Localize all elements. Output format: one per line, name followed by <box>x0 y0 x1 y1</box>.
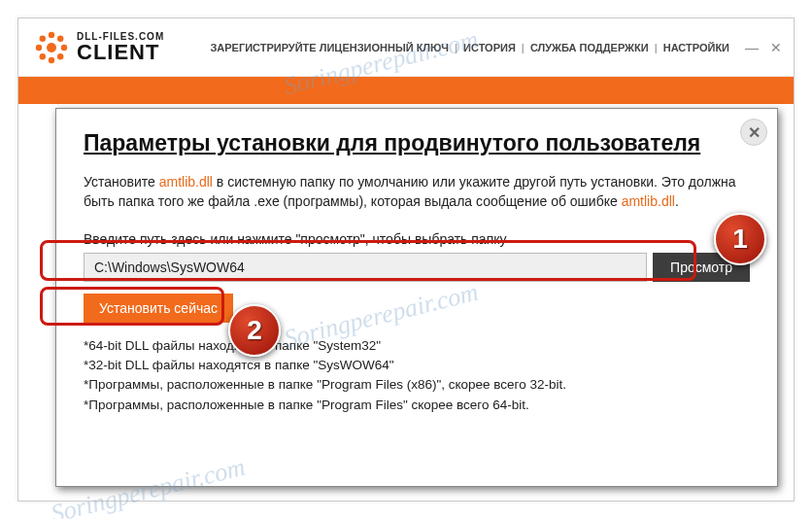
svg-point-6 <box>57 35 63 41</box>
path-row: Просмотр <box>84 253 750 282</box>
install-path-input[interactable] <box>84 253 647 282</box>
nav-settings[interactable]: НАСТРОЙКИ <box>663 42 729 53</box>
gear-icon <box>34 30 69 65</box>
close-icon: ✕ <box>748 123 761 142</box>
separator: | <box>522 42 524 53</box>
top-nav: ЗАРЕГИСТРИРУЙТЕ ЛИЦЕНЗИОННЫЙ КЛЮЧ | ИСТО… <box>210 42 729 53</box>
dll-name: amtlib.dll <box>159 174 213 190</box>
step-badge-1: 1 <box>714 213 766 265</box>
text: . <box>675 193 679 209</box>
nav-history[interactable]: ИСТОРИЯ <box>463 42 516 53</box>
svg-point-8 <box>57 53 63 59</box>
titlebar: DLL-FILES.COM CLIENT ЗАРЕГИСТРИРУЙТЕ ЛИЦ… <box>18 18 794 77</box>
svg-point-0 <box>47 43 56 52</box>
nav-support[interactable]: СЛУЖБА ПОДДЕРЖКИ <box>530 42 649 53</box>
text: Установите <box>84 174 159 190</box>
separator: | <box>455 42 457 53</box>
note-line: *Программы, расположенные в папке "Progr… <box>84 375 750 395</box>
svg-point-3 <box>36 44 42 50</box>
app-window: DLL-FILES.COM CLIENT ЗАРЕГИСТРИРУЙТЕ ЛИЦ… <box>17 17 795 502</box>
step-badge-2: 2 <box>228 304 281 357</box>
svg-point-7 <box>40 53 46 59</box>
install-notes: *64-bit DLL файлы находятся в папке "Sys… <box>84 336 750 415</box>
nav-register[interactable]: ЗАРЕГИСТРИРУЙТЕ ЛИЦЕНЗИОННЫЙ КЛЮЧ <box>210 42 449 53</box>
dialog-title: Параметры установки для продвинутого пол… <box>84 130 750 156</box>
dialog-intro: Установите amtlib.dll в системную папку … <box>84 172 750 212</box>
minimize-icon[interactable]: — <box>745 40 759 55</box>
dll-name: amtlib.dll <box>622 193 675 209</box>
close-icon[interactable]: ✕ <box>770 40 782 55</box>
dialog-close-button[interactable]: ✕ <box>740 119 767 146</box>
brand-main: CLIENT <box>77 42 164 63</box>
svg-point-5 <box>40 35 46 41</box>
window-controls: — ✕ <box>745 40 782 55</box>
note-line: *32-bit DLL файлы находятся в папке "Sys… <box>84 356 750 375</box>
advanced-install-dialog: ✕ Параметры установки для продвинутого п… <box>55 108 778 487</box>
separator: | <box>655 42 658 53</box>
logo: DLL-FILES.COM CLIENT <box>34 30 164 65</box>
path-input-label: Введите путь здесь или нажмите "просмотр… <box>84 229 750 249</box>
note-line: *64-bit DLL файлы находятся в папке "Sys… <box>84 336 750 356</box>
logo-text: DLL-FILES.COM CLIENT <box>77 32 164 63</box>
svg-point-2 <box>49 56 54 62</box>
note-line: *Программы, расположенные в папке "Progr… <box>84 396 750 415</box>
svg-point-4 <box>61 44 67 50</box>
install-now-button[interactable]: Установить сейчас <box>84 294 233 323</box>
accent-bar <box>18 77 794 104</box>
svg-point-1 <box>49 31 54 37</box>
